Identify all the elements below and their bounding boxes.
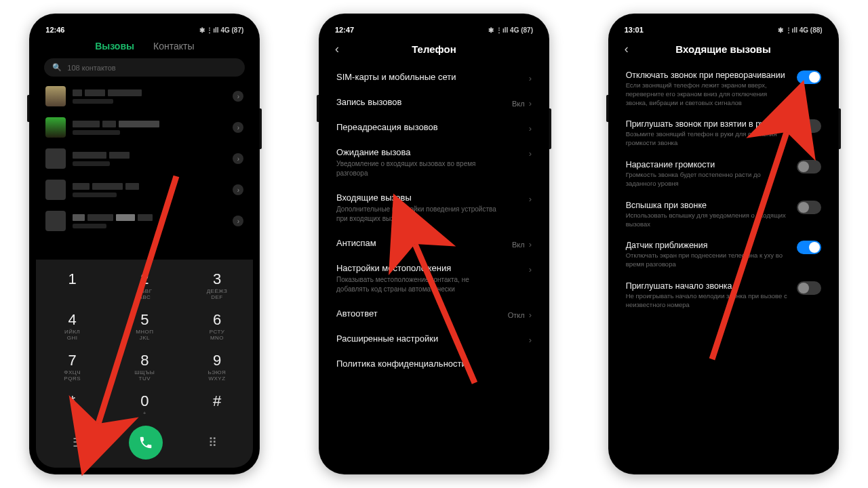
tab-contacts[interactable]: Контакты [153,41,194,52]
toggle-switch[interactable] [797,241,821,254]
settings-row[interactable]: Входящие вызовыДополнительные настройки … [326,185,542,230]
search-placeholder: 108 контактов [67,64,115,72]
settings-row[interactable]: Ожидание вызоваУведомление о входящих вы… [326,140,542,185]
toggle-row[interactable]: Вспышка при звонкеИспользовать вспышку д… [615,195,832,235]
dialpad: 12АБВГABC3ДЕЁЖЗDEF4ИЙКЛGHI5МНОПJKL6РСТУM… [36,260,253,468]
toggle-row[interactable]: Нарастание громкостиГромкость звонка буд… [615,154,832,195]
dialpad-key-2[interactable]: 2АБВГABC [108,265,181,306]
settings-row[interactable]: АвтоответОткл› [326,301,542,326]
chevron-right-icon[interactable]: › [233,153,243,164]
toggle-switch[interactable] [797,160,821,174]
status-icons: ✱ ⋮ıll 4G (87) [488,26,533,34]
dialpad-key-#[interactable]: # [181,387,254,422]
call-button[interactable] [129,426,163,460]
toggle-row[interactable]: Приглушать начало звонкаНе проигрывать н… [615,275,832,316]
dialpad-key-8[interactable]: 8ШЩЪЫTUV [108,346,181,387]
toggle-switch[interactable] [797,281,821,295]
toggle-row[interactable]: Датчик приближенияОтключать экран при по… [615,235,832,275]
clock: 12:47 [335,26,354,34]
page-title: Телефон [335,43,533,55]
dialpad-key-6[interactable]: 6РСТУMNO [181,306,254,346]
chevron-right-icon[interactable]: › [233,91,243,102]
dialpad-key-0[interactable]: 0+ [108,387,181,422]
status-bar: 12:46 ✱ ⋮ıll 4G (87) [36,20,253,37]
search-input[interactable]: 🔍 108 контактов [44,58,245,77]
settings-row[interactable]: Расширенные настройки› [326,326,542,351]
toggle-row[interactable]: Приглушать звонок при взятии в рукиВозьм… [615,113,832,154]
dialpad-key-3[interactable]: 3ДЕЁЖЗDEF [181,265,254,306]
status-bar: 13:01 ✱ ⋮ıll 4G (88) [615,20,832,37]
dialpad-key-4[interactable]: 4ИЙКЛGHI [36,306,108,346]
toggle-row[interactable]: Отключать звонок при переворачиванииЕсли… [615,64,832,113]
dialpad-key-*[interactable]: * [36,387,108,422]
phone-mockup-incoming-calls: 13:01 ✱ ⋮ıll 4G (88) ‹ Входящие вызовы О… [608,14,839,474]
menu-icon[interactable]: ☰ [73,435,83,450]
call-row[interactable]: › [36,205,253,237]
phone-mockup-phone-settings: 12:47 ✱ ⋮ıll 4G (87) ‹ Телефон SIM-карты… [319,14,549,474]
clock: 13:01 [625,26,644,34]
page-title: Входящие вызовы [625,43,823,55]
call-row[interactable]: › [36,81,253,112]
call-row[interactable]: › [36,143,253,174]
chevron-right-icon[interactable]: › [233,184,243,195]
back-icon[interactable]: ‹ [625,42,629,56]
clock: 12:46 [45,26,64,34]
status-bar: 12:47 ✱ ⋮ıll 4G (87) [326,20,542,37]
search-icon: 🔍 [52,63,62,72]
status-icons: ✱ ⋮ıll 4G (88) [778,26,823,34]
settings-row[interactable]: Настройки местоположенияПоказывать место… [326,256,542,301]
dialpad-key-5[interactable]: 5МНОПJKL [108,306,181,346]
dialpad-key-1[interactable]: 1 [36,265,108,306]
settings-row[interactable]: SIM-карты и мобильные сети› [326,64,542,89]
dialpad-key-7[interactable]: 7ФХЦЧPQRS [36,346,108,387]
phone-mockup-dialer: 12:46 ✱ ⋮ıll 4G (87) Вызовы Контакты 🔍 1… [29,14,260,474]
toggle-switch[interactable] [797,70,821,84]
settings-row[interactable]: Политика конфиденциальности [326,351,542,376]
chevron-right-icon[interactable]: › [233,122,243,133]
toggle-switch[interactable] [797,119,821,133]
call-row[interactable]: › [36,112,253,143]
settings-row[interactable]: Переадресация вызовов› [326,115,542,140]
tab-calls[interactable]: Вызовы [95,41,134,52]
status-icons: ✱ ⋮ıll 4G (87) [199,26,244,34]
settings-row[interactable]: Запись вызововВкл› [326,89,542,115]
chevron-right-icon[interactable]: › [233,216,243,226]
toggle-switch[interactable] [797,201,821,214]
dialpad-key-9[interactable]: 9ЬЭЮЯWXYZ [181,346,254,387]
call-row[interactable]: › [36,174,253,205]
settings-row[interactable]: АнтиспамВкл› [326,230,542,256]
back-icon[interactable]: ‹ [335,42,339,56]
dialpad-toggle-icon[interactable]: ⠿ [208,435,217,450]
